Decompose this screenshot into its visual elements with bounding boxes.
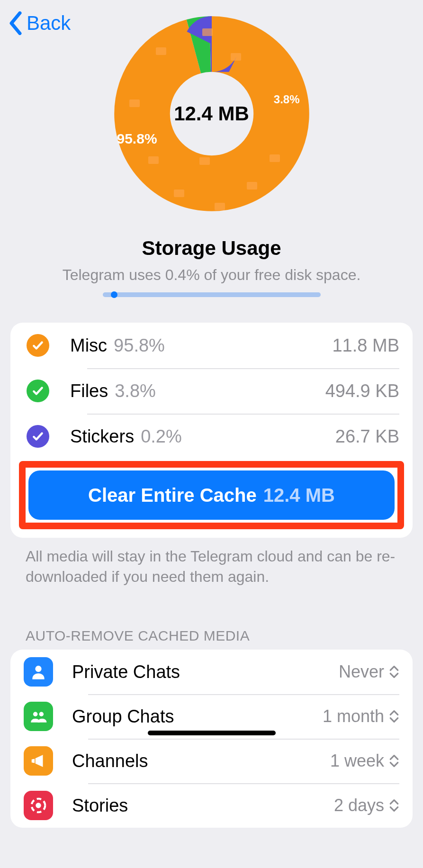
clear-cache-label: Clear Entire Cache <box>88 485 257 506</box>
person-icon <box>24 657 53 687</box>
stories-icon <box>24 791 53 820</box>
stepper-icon <box>389 798 399 813</box>
auto-remove-name: Group Chats <box>72 706 174 727</box>
cache-footnote: All media will stay in the Telegram clou… <box>26 546 397 587</box>
check-icon <box>27 334 49 357</box>
category-pct: 3.8% <box>115 381 156 401</box>
cache-categories-card: Misc95.8%11.8 MBFiles3.8%494.9 KBSticker… <box>10 323 413 538</box>
category-size: 26.7 KB <box>335 426 399 447</box>
auto-remove-card: Private ChatsNeverGroup Chats1 monthChan… <box>10 650 413 828</box>
back-button[interactable]: Back <box>9 11 71 35</box>
donut-slice-label-files: 3.8% <box>274 93 300 106</box>
category-name: Misc <box>70 335 107 356</box>
auto-remove-value: Never <box>339 662 384 682</box>
chevron-left-icon <box>9 11 23 35</box>
clear-cache-button[interactable]: Clear Entire Cache 12.4 MB <box>28 470 395 520</box>
disk-usage-bar <box>103 292 321 297</box>
stepper-icon <box>389 665 399 679</box>
donut-slice-label-misc: 95.8% <box>117 131 157 147</box>
check-icon <box>27 380 49 402</box>
category-size: 494.9 KB <box>325 381 399 401</box>
svg-point-7 <box>36 803 41 808</box>
donut-center-value: 12.4 MB <box>112 14 311 213</box>
auto-remove-header: AUTO-REMOVE CACHED MEDIA <box>26 628 397 644</box>
check-icon <box>27 425 49 448</box>
clear-cache-size: 12.4 MB <box>263 485 335 506</box>
svg-point-4 <box>33 712 38 717</box>
back-label: Back <box>27 12 71 35</box>
category-size: 11.8 MB <box>332 335 399 356</box>
auto-remove-value: 1 month <box>323 706 384 726</box>
category-name: Files <box>70 381 108 401</box>
clear-cache-highlight: Clear Entire Cache 12.4 MB <box>19 461 404 529</box>
category-name: Stickers <box>70 426 134 447</box>
storage-donut-chart: 12.4 MB 95.8% 3.8% <box>112 14 311 213</box>
svg-point-3 <box>35 666 41 672</box>
stepper-icon <box>389 754 399 768</box>
category-row[interactable]: Misc95.8%11.8 MB <box>10 323 413 368</box>
megaphone-icon <box>24 746 53 776</box>
page-subtitle: Telegram uses 0.4% of your free disk spa… <box>0 266 423 284</box>
auto-remove-row[interactable]: Channels1 week <box>10 739 413 783</box>
category-row[interactable]: Files3.8%494.9 KB <box>10 368 413 414</box>
home-indicator <box>148 731 276 735</box>
auto-remove-row[interactable]: Stories2 days <box>10 783 413 828</box>
auto-remove-value: 1 week <box>330 751 384 771</box>
auto-remove-value: 2 days <box>334 796 384 815</box>
svg-point-5 <box>39 712 44 717</box>
page-title: Storage Usage <box>0 237 423 260</box>
group-icon <box>24 702 53 731</box>
category-pct: 95.8% <box>114 335 165 356</box>
auto-remove-name: Stories <box>72 796 128 816</box>
auto-remove-name: Channels <box>72 751 148 771</box>
stepper-icon <box>389 709 399 723</box>
auto-remove-row[interactable]: Private ChatsNever <box>10 650 413 694</box>
category-row[interactable]: Stickers0.2%26.7 KB <box>10 414 413 459</box>
category-pct: 0.2% <box>141 426 182 447</box>
auto-remove-name: Private Chats <box>72 662 180 682</box>
